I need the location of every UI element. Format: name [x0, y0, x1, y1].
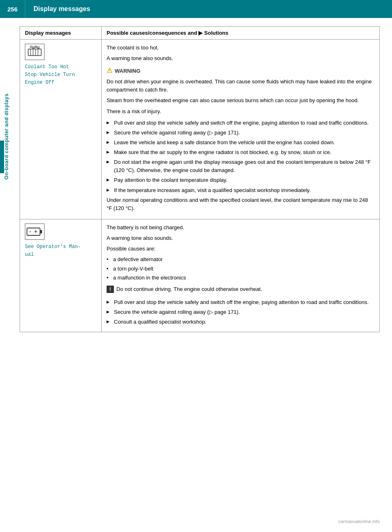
coolant-footer: Under normal operating conditions and wi… [107, 196, 374, 212]
list-item: Make sure that the air supply to the eng… [107, 148, 374, 156]
warning-para-2: Steam from the overheated engine can als… [107, 96, 374, 105]
coolant-bullet-list: Pull over and stop the vehicle safely an… [107, 119, 374, 194]
notice-icon: ! [107, 286, 114, 293]
svg-text:+: + [34, 229, 37, 235]
table-row: Coolant Too HotStop Vehicle TurnEngine O… [20, 40, 380, 219]
coolant-intro-1: The coolant is too hot. [107, 44, 374, 52]
watermark: carmanualonline.info [338, 519, 380, 524]
list-item: Pull over and stop the vehicle safely an… [107, 298, 374, 306]
warning-title: ⚠ WARNING [107, 66, 374, 76]
col2-header: Possible causes/consequences and ▶ Solut… [102, 27, 380, 40]
coolant-display-cell: Coolant Too HotStop Vehicle TurnEngine O… [20, 40, 102, 219]
battery-display-cell: - + See Operator's Man-ual [20, 219, 102, 332]
list-item: Do not start the engine again until the … [107, 158, 374, 174]
svg-rect-6 [40, 230, 42, 233]
list-item: Secure the vehicle against rolling away … [107, 308, 374, 316]
svg-rect-5 [27, 228, 40, 235]
coolant-icon-svg [27, 46, 42, 58]
list-item: If the temperature increases again, visi… [107, 186, 374, 194]
notice-block: ! Do not continue driving. The engine co… [107, 285, 374, 296]
notice-text: Do not continue driving. The engine coul… [116, 285, 262, 293]
battery-intro-3: Possible causes are: [107, 245, 374, 253]
sidebar-tab: On-board computer and displays [0, 18, 13, 255]
battery-content-cell: The battery is not being charged. A warn… [102, 219, 380, 332]
header-bar: 256 Display messages [0, 0, 392, 18]
sidebar-label: On-board computer and displays [4, 94, 9, 180]
coolant-intro-2: A warning tone also sounds. [107, 54, 374, 63]
list-item: Pay attention to the coolant temperature… [107, 176, 374, 184]
warning-para-3: There is a risk of injury. [107, 107, 374, 116]
display-messages-table: Display messages Possible causes/consequ… [20, 26, 380, 332]
warning-label: WARNING [115, 67, 140, 75]
list-item: a malfunction in the electronics [107, 274, 374, 282]
svg-rect-0 [28, 49, 41, 56]
battery-icon-svg: - + [27, 226, 43, 237]
coolant-hot-icon [25, 44, 45, 60]
list-item: Consult a qualified specialist workshop. [107, 318, 374, 326]
header-title: Display messages [25, 5, 98, 13]
page-number: 256 [0, 0, 25, 18]
warning-block: ⚠ WARNING Do not drive when your engine … [107, 66, 374, 115]
sidebar-accent-bar [0, 141, 4, 173]
list-item: Secure the vehicle against rolling away … [107, 129, 374, 137]
content-area: Display messages Possible causes/consequ… [20, 26, 380, 332]
coolant-content-cell: The coolant is too hot. A warning tone a… [102, 40, 380, 219]
list-item: Pull over and stop the vehicle safely an… [107, 119, 374, 127]
battery-message-label: See Operator's Man-ual [25, 243, 96, 259]
list-item: a defective alternator [107, 255, 374, 264]
table-row: - + See Operator's Man-ual The battery i… [20, 219, 380, 332]
battery-intro-1: The battery is not being charged. [107, 224, 374, 232]
battery-dot-list: a defective alternator a torn poly-V-bel… [107, 255, 374, 282]
warning-triangle-icon: ⚠ [107, 66, 112, 76]
svg-text:-: - [29, 229, 31, 235]
battery-intro-2: A warning tone also sounds. [107, 234, 374, 242]
list-item: a torn poly-V-belt [107, 265, 374, 273]
warning-para-1: Do not drive when your engine is overhea… [107, 78, 374, 94]
battery-icon: - + [25, 224, 45, 240]
coolant-message-label: Coolant Too HotStop Vehicle TurnEngine O… [25, 63, 96, 87]
col1-header: Display messages [20, 27, 102, 40]
list-item: Leave the vehicle and keep a safe distan… [107, 139, 374, 147]
battery-bullet-list: Pull over and stop the vehicle safely an… [107, 298, 374, 326]
